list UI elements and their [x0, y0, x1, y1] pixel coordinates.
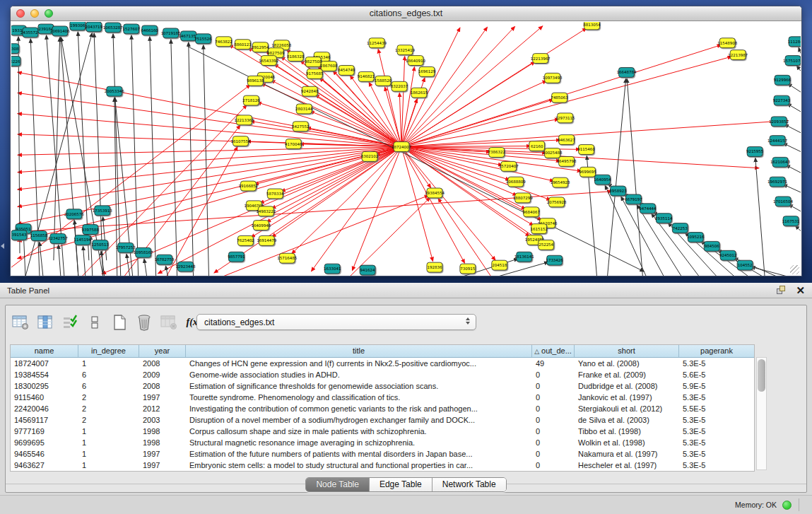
- graph-node[interactable]: 11548908: [717, 38, 737, 48]
- graph-node[interactable]: 16914479: [257, 235, 276, 245]
- graph-node[interactable]: 1167531: [782, 216, 799, 226]
- graph-node[interactable]: 6679197: [625, 194, 642, 204]
- graph-node[interactable]: 9463627: [558, 135, 575, 145]
- graph-node[interactable]: 12973115: [555, 113, 575, 123]
- table-row[interactable]: 2242004622012Investigating the contribut…: [11, 403, 754, 414]
- table-row[interactable]: 911546021997Tourette syndrome. Phenomeno…: [11, 392, 754, 403]
- table-row[interactable]: 1872400712008Changes of HCN gene express…: [11, 358, 754, 369]
- graph-node[interactable]: 20756928: [547, 197, 567, 207]
- graph-node[interactable]: 1862615: [411, 88, 428, 98]
- graph-node[interactable]: 12093852: [769, 117, 789, 127]
- graph-node[interactable]: 16495798: [557, 156, 577, 166]
- graph-node[interactable]: 13325419: [395, 45, 415, 55]
- column-header-year[interactable]: year: [139, 345, 186, 357]
- graph-node[interactable]: 19384554: [425, 188, 445, 198]
- table-row[interactable]: 946362711997Embryonic stem cells: a mode…: [11, 460, 754, 471]
- graph-node[interactable]: 1588520: [375, 76, 392, 86]
- graph-node[interactable]: 2803144: [295, 104, 313, 114]
- graph-node[interactable]: 12342757: [48, 233, 68, 243]
- graph-node[interactable]: 9175685: [306, 69, 323, 78]
- graph-node[interactable]: 10688809: [506, 177, 526, 187]
- graph-node[interactable]: 9397588: [82, 225, 100, 235]
- graph-node[interactable]: 9242848: [301, 86, 319, 96]
- graph-node[interactable]: 9699695: [579, 167, 596, 177]
- graph-node[interactable]: 1250513: [92, 240, 110, 250]
- close-window-button[interactable]: [16, 9, 25, 18]
- graph-node[interactable]: 7625402: [237, 235, 254, 245]
- window-titlebar[interactable]: citations_edges.txt: [11, 6, 801, 21]
- new-table-icon[interactable]: [110, 313, 129, 332]
- graph-node[interactable]: 8813054: [583, 22, 601, 30]
- graph-node[interactable]: 10719185: [161, 28, 181, 38]
- graph-node[interactable]: 16782759: [155, 255, 175, 264]
- graph-node[interactable]: 16210643: [770, 157, 790, 167]
- graph-node[interactable]: 216308: [11, 44, 19, 54]
- scrollbar-thumb[interactable]: [758, 359, 765, 392]
- delete-table-icon[interactable]: [135, 313, 153, 332]
- memory-ok-indicator[interactable]: [782, 501, 792, 510]
- graph-node[interactable]: 16107554: [230, 136, 250, 146]
- graph-node[interactable]: 16543392: [259, 56, 278, 66]
- graph-node[interactable]: 18724007: [392, 142, 411, 152]
- graph-node[interactable]: 1112843: [788, 37, 801, 47]
- graph-node[interactable]: 20053346: [105, 86, 124, 96]
- graph-node[interactable]: 252254: [539, 240, 554, 250]
- graph-node[interactable]: 391543: [11, 230, 27, 240]
- graph-node[interactable]: 9474444: [639, 204, 657, 214]
- column-header-out_de[interactable]: △out_de...: [532, 345, 575, 357]
- minimize-window-button[interactable]: [30, 9, 39, 18]
- graph-node[interactable]: 19166852: [238, 181, 258, 191]
- graph-node[interactable]: 8454749: [338, 65, 355, 75]
- zoom-window-button[interactable]: [45, 9, 53, 18]
- graph-node[interactable]: 8427552: [292, 122, 309, 132]
- graph-node[interactable]: 19692971: [767, 177, 787, 187]
- row-height-icon[interactable]: [86, 313, 104, 332]
- table-row[interactable]: 1830029562008Estimation of significance …: [11, 380, 754, 392]
- graph-node[interactable]: 1640954: [594, 175, 611, 185]
- network-table-dropdown[interactable]: citations_edges.txt: [196, 314, 476, 330]
- graph-node[interactable]: 15751074: [783, 56, 801, 66]
- graph-node[interactable]: 18136141: [514, 252, 534, 262]
- table-row[interactable]: 969969511998Structural magnetic resonanc…: [11, 437, 754, 448]
- graph-node[interactable]: 20206576: [64, 209, 84, 219]
- graph-node[interactable]: 19654923: [551, 177, 570, 187]
- graph-node[interactable]: 9215955: [746, 147, 763, 157]
- graph-node[interactable]: 192836: [427, 262, 442, 272]
- graph-node[interactable]: 10958167: [134, 247, 153, 257]
- graph-node[interactable]: 9146821: [358, 71, 375, 81]
- graph-node[interactable]: 9684067: [522, 207, 540, 217]
- graph-node[interactable]: 195226: [11, 57, 20, 66]
- column-header-name[interactable]: name: [11, 345, 78, 357]
- column-header-title[interactable]: title: [186, 345, 532, 357]
- graph-node[interactable]: 18640910: [406, 56, 425, 66]
- graph-node[interactable]: 104552: [737, 260, 753, 270]
- graph-node[interactable]: 5878334: [266, 189, 284, 199]
- table-row[interactable]: 1938455462009Genome-wide association stu…: [11, 369, 754, 380]
- graph-node[interactable]: 16648784: [616, 67, 636, 77]
- graph-node[interactable]: 1633041: [324, 264, 341, 274]
- graph-node[interactable]: 16409946: [251, 221, 271, 230]
- float-panel-icon[interactable]: [777, 286, 786, 295]
- graph-node[interactable]: 204518: [492, 260, 507, 270]
- graph-node[interactable]: 10973493: [543, 73, 563, 83]
- table-scrollbar[interactable]: [756, 357, 767, 470]
- graph-node[interactable]: 1156858: [30, 231, 48, 241]
- graph-node[interactable]: 6466160: [141, 25, 158, 35]
- graph-node[interactable]: 15720407: [499, 161, 519, 171]
- graph-node[interactable]: 8860123: [234, 40, 252, 49]
- graph-node[interactable]: 12213987: [728, 50, 748, 60]
- graph-node[interactable]: 2043719: [86, 22, 103, 32]
- graph-node[interactable]: 8322037: [391, 81, 408, 91]
- graph-node[interactable]: 9115460: [577, 145, 595, 155]
- network-canvas-container[interactable]: 1933824355724239184206914061993062043719…: [11, 22, 801, 276]
- graph-node[interactable]: 7386322: [488, 148, 505, 158]
- graph-node[interactable]: 11254439: [367, 38, 387, 48]
- graph-node[interactable]: 10025488: [543, 148, 563, 158]
- graph-node[interactable]: 9857791: [228, 252, 245, 262]
- graph-node[interactable]: 8958923: [609, 186, 627, 196]
- graph-node[interactable]: 984506: [704, 241, 719, 251]
- table-row[interactable]: 977716911998Corpus callosum shape and si…: [11, 426, 754, 437]
- graph-node[interactable]: 742253: [672, 223, 688, 233]
- graph-node[interactable]: 17016504: [773, 197, 793, 206]
- window-resize-grip[interactable]: [790, 265, 799, 274]
